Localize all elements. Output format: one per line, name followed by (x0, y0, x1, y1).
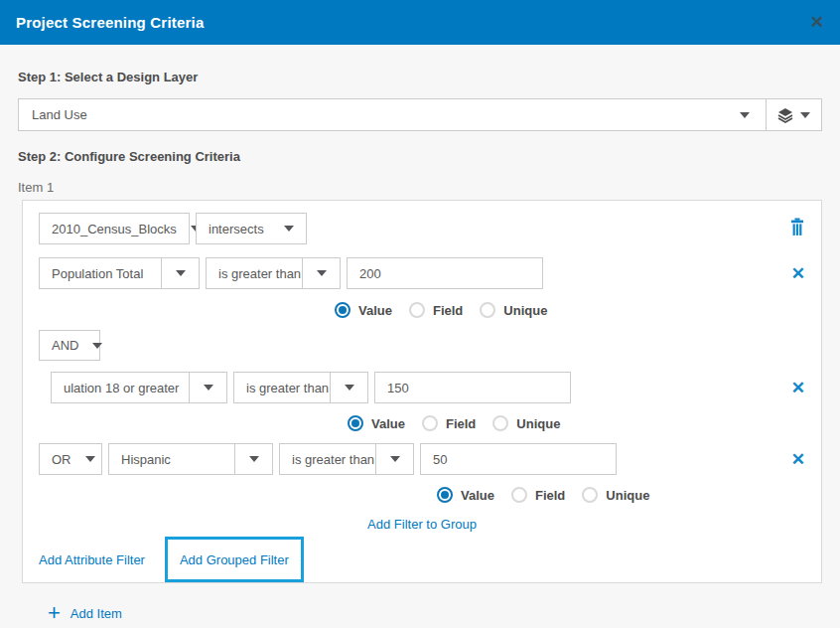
radio-selected-icon (437, 487, 453, 503)
conjunction-dropdown[interactable]: OR (39, 443, 102, 475)
radio-field-label: Field (433, 303, 463, 318)
operator-dropdown[interactable]: is greater than (233, 372, 368, 403)
radio-field-label: Field (446, 416, 476, 431)
radio-unique-label: Unique (606, 488, 649, 503)
add-item-label: Add Item (70, 606, 122, 621)
radio-field-label: Field (535, 488, 565, 503)
chevron-down-icon (330, 373, 367, 402)
radio-unique[interactable]: Unique (480, 302, 547, 318)
conjunction-dropdown-value: AND (52, 338, 78, 353)
chevron-down-icon (740, 112, 750, 118)
add-attribute-filter-link[interactable]: Add Attribute Filter (39, 552, 145, 567)
remove-filter-button[interactable]: ✕ (791, 265, 805, 282)
attribute-filter-row-3: OR Hispanic is greater than ✕ (39, 443, 805, 475)
value-type-radio-group: Value Field Unique (335, 302, 805, 318)
spatial-filter-row: 2010_Census_Blocks intersects (39, 213, 805, 244)
chevron-down-icon (800, 112, 810, 118)
conjunction-dropdown[interactable]: AND (39, 330, 100, 361)
chevron-down-icon (189, 373, 226, 402)
field-dropdown[interactable]: Hispanic (108, 443, 273, 475)
delete-item-button[interactable] (789, 218, 805, 240)
radio-selected-icon (348, 415, 363, 431)
layer-dropdown[interactable]: 2010_Census_Blocks (39, 213, 190, 244)
radio-unique-label: Unique (503, 303, 547, 318)
value-input[interactable] (347, 257, 543, 289)
radio-value-label: Value (358, 303, 392, 318)
step2-label: Step 2: Configure Screening Criteria (18, 149, 822, 164)
chevron-down-icon (302, 258, 340, 288)
radio-value[interactable]: Value (348, 415, 405, 431)
filter-actions-row: Add Attribute Filter Add Grouped Filter (39, 537, 805, 582)
value-type-radio-group: Value Field Unique (437, 487, 805, 503)
layer-options-button[interactable] (766, 99, 821, 130)
radio-field[interactable]: Field (511, 487, 565, 503)
relation-dropdown[interactable]: intersects (196, 213, 307, 244)
layer-dropdown-value: 2010_Census_Blocks (52, 222, 177, 236)
field-dropdown[interactable]: Population Total (39, 257, 200, 289)
item-label: Item 1 (18, 180, 822, 195)
value-input[interactable] (374, 372, 571, 403)
chevron-down-icon (234, 444, 272, 474)
add-filter-to-group-link[interactable]: Add Filter to Group (367, 517, 477, 532)
close-icon[interactable]: ✕ (810, 14, 824, 31)
field-dropdown[interactable]: ulation 18 or greater (51, 372, 227, 403)
operator-dropdown-value: is greater than (234, 381, 330, 395)
value-input[interactable] (420, 443, 617, 475)
item-panel: 2010_Census_Blocks intersects (22, 200, 822, 583)
plus-icon: + (48, 604, 61, 622)
radio-selected-icon (335, 302, 350, 318)
field-dropdown-value: ulation 18 or greater (52, 381, 189, 395)
remove-filter-button[interactable]: ✕ (791, 380, 805, 396)
step1-label: Step 1: Select a Design Layer (18, 70, 822, 84)
operator-dropdown-value: is greater than (280, 452, 375, 467)
tutorial-highlight-box: Add Grouped Filter (165, 537, 304, 582)
attribute-filter-row-1: Population Total is greater than ✕ (39, 257, 805, 289)
radio-unselected-icon (480, 302, 495, 318)
radio-unique[interactable]: Unique (492, 415, 560, 431)
radio-field[interactable]: Field (422, 415, 476, 431)
dialog-title: Project Screening Criteria (16, 14, 204, 31)
design-layer-dropdown[interactable]: Land Use (18, 98, 822, 131)
chevron-down-icon (375, 444, 413, 474)
value-type-radio-group: Value Field Unique (348, 415, 805, 431)
attribute-filter-row-2: ulation 18 or greater is greater than ✕ (51, 372, 805, 403)
radio-unselected-icon (409, 302, 425, 318)
radio-unique-label: Unique (516, 416, 560, 431)
operator-dropdown-value: is greater than (207, 266, 302, 281)
radio-value[interactable]: Value (335, 302, 392, 318)
design-layer-value: Land Use (19, 107, 740, 122)
chevron-down-icon (161, 258, 199, 288)
add-item-button[interactable]: + Add Item (48, 604, 822, 622)
radio-value-label: Value (461, 488, 494, 503)
conjunction-dropdown-value: OR (52, 452, 71, 467)
relation-dropdown-value: intersects (209, 222, 264, 236)
field-dropdown-value: Hispanic (109, 452, 234, 467)
radio-field[interactable]: Field (409, 302, 463, 318)
radio-unselected-icon (582, 487, 598, 503)
add-grouped-filter-link[interactable]: Add Grouped Filter (180, 552, 289, 567)
dialog-header: Project Screening Criteria ✕ (0, 0, 840, 45)
conjunction-row: AND (39, 330, 805, 361)
radio-unselected-icon (511, 487, 527, 503)
chevron-down-icon (284, 226, 294, 232)
chevron-down-icon (85, 456, 95, 462)
trash-icon (789, 218, 805, 240)
radio-value[interactable]: Value (437, 487, 494, 503)
layers-icon (777, 107, 793, 123)
chevron-down-icon (92, 343, 102, 349)
radio-unique[interactable]: Unique (582, 487, 649, 503)
radio-unselected-icon (422, 415, 438, 431)
field-dropdown-value: Population Total (40, 266, 161, 281)
radio-value-label: Value (371, 416, 405, 431)
radio-unselected-icon (492, 415, 508, 431)
operator-dropdown[interactable]: is greater than (279, 443, 414, 475)
operator-dropdown[interactable]: is greater than (206, 257, 341, 289)
remove-filter-button[interactable]: ✕ (791, 451, 805, 468)
